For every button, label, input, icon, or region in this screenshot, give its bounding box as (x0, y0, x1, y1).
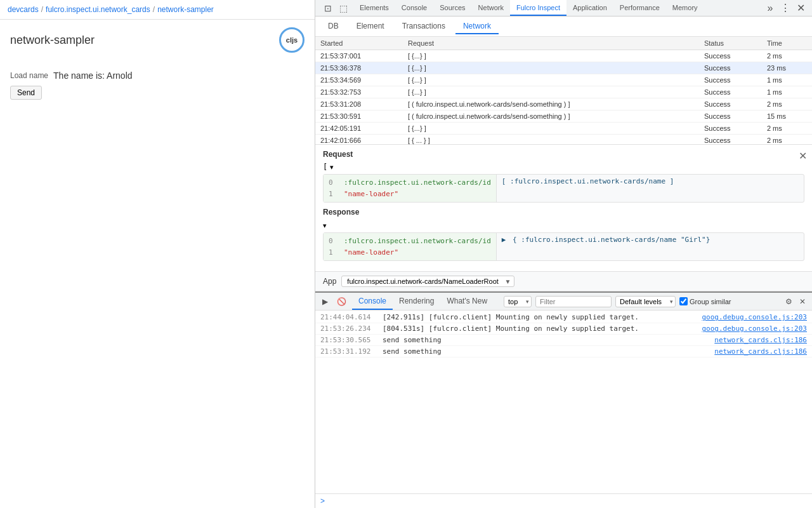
tab-performance[interactable]: Performance (613, 0, 666, 16)
msg-time: 21:44:04.614 (320, 313, 377, 321)
res-line-num-1: 1 (329, 247, 339, 258)
response-code-left: 0 :fulcro.inspect.ui.network-cards/id 1 … (324, 233, 497, 260)
page-title-area: network-sampler cljs (0, 20, 315, 60)
console-filter-area: top ▾ Default levels ▾ Group similar (504, 296, 731, 307)
left-content: Load name The name is: Arnold Send (0, 60, 315, 110)
cell-status: Success (699, 62, 762, 74)
breadcrumb-part2[interactable]: fulcro.inspect.ui.network_cards (46, 5, 150, 14)
res-line-num-0: 0 (329, 236, 339, 247)
cell-status: Success (699, 50, 762, 62)
request-bracket: [ (323, 163, 327, 171)
cell-started: 21:42:01:666 (315, 135, 403, 145)
console-caret-icon[interactable]: > (320, 497, 325, 505)
group-similar-checkbox[interactable] (679, 297, 688, 305)
table-row[interactable]: 21:42:01:666 [ { ... } ] Success 2 ms (315, 135, 812, 145)
msg-text: [242.911s] [fulcro.client] Mounting on n… (383, 313, 697, 321)
fulcro-tab-network[interactable]: Network (455, 19, 499, 34)
group-similar-label[interactable]: Group similar (679, 297, 731, 305)
msg-source-link[interactable]: goog.debug.console.js:203 (702, 324, 807, 333)
console-tab-rendering[interactable]: Rendering (393, 293, 440, 310)
cell-request: [ {...} ] (403, 74, 699, 86)
request-expand-arrow[interactable]: ▾ (330, 163, 334, 171)
cell-request: [ {...} ] (403, 50, 699, 62)
msg-text: [804.531s] [fulcro.client] Mounting on n… (383, 324, 697, 333)
tab-fulcro-inspect[interactable]: Fulcro Inspect (510, 0, 566, 16)
devtools-tabs: Elements Console Sources Network Fulcro … (353, 0, 704, 16)
response-arrow-icon[interactable]: ▶ (502, 236, 506, 244)
table-row[interactable]: 21:53:37:001 [ {...} ] Success 2 ms (315, 50, 812, 62)
msg-text: send something (383, 336, 709, 344)
console-messages: 21:44:04.614 [242.911s] [fulcro.client] … (315, 311, 812, 493)
page-title: network-sampler (10, 34, 95, 47)
devtools-panel: ⊡ ⬚ Elements Console Sources Network Ful… (315, 0, 812, 508)
fulcro-tab-db[interactable]: DB (320, 19, 346, 34)
table-row[interactable]: 21:53:32:753 [ {...} ] Success 1 ms (315, 86, 812, 98)
request-response-panel: ✕ Request [ ▾ 0 :fulcro.inspect.ui.netwo… (315, 145, 812, 272)
msg-text: send something (383, 347, 709, 356)
more-tabs-button[interactable]: » (764, 2, 776, 15)
tab-sources[interactable]: Sources (433, 0, 471, 16)
request-title: Request (323, 150, 804, 159)
toolbar-icons: ⊡ ⬚ (318, 2, 353, 15)
table-row[interactable]: 21:53:30:591 [ ( fulcro.inspect.ui.netwo… (315, 110, 812, 123)
load-name-label: Load name (10, 71, 48, 80)
device-icon[interactable]: ⬚ (337, 2, 350, 15)
col-started: Started (315, 37, 403, 50)
msg-source-link[interactable]: network_cards.cljs:186 (714, 336, 807, 344)
col-time: Time (762, 37, 812, 50)
req-res-close-button[interactable]: ✕ (799, 150, 807, 162)
console-settings-button[interactable]: ⚙ (783, 296, 794, 307)
app-select[interactable]: fulcro.inspect.ui.network-cards/NameLoad… (341, 276, 514, 287)
response-code-right: ▶ { :fulcro.inspect.ui.network-cards/nam… (497, 233, 716, 260)
tab-elements[interactable]: Elements (353, 0, 395, 16)
breadcrumb-part1[interactable]: devcards (8, 5, 39, 14)
send-button[interactable]: Send (10, 86, 42, 100)
table-row[interactable]: 21:53:36:378 [ {...} ] Success 23 ms (315, 62, 812, 74)
req-line-num-1: 1 (329, 189, 339, 200)
devtools-menu-button[interactable]: ⋮ (779, 2, 792, 15)
cell-time: 1 ms (762, 74, 812, 86)
console-block-button[interactable]: 🚫 (336, 296, 347, 307)
req-line-num-0: 0 (329, 177, 339, 189)
console-prompt: > (315, 493, 812, 508)
response-expand-arrow[interactable]: ▾ (323, 222, 327, 230)
msg-source-link[interactable]: goog.debug.console.js:203 (702, 313, 807, 321)
levels-select[interactable]: Default levels (615, 296, 676, 307)
req-key-0: :fulcro.inspect.ui.network-cards/id (344, 177, 491, 189)
table-row[interactable]: 21:53:34:569 [ {...} ] Success 1 ms (315, 74, 812, 86)
console-tab-whatsnew[interactable]: What's New (440, 293, 494, 310)
console-message: 21:44:04.614 [242.911s] [fulcro.client] … (315, 312, 812, 323)
cell-started: 21:53:31:208 (315, 98, 403, 110)
console-close-button[interactable]: ✕ (797, 296, 808, 307)
console-run-button[interactable]: ▶ (319, 296, 331, 307)
load-name-value: The name is: Arnold (53, 70, 133, 81)
console-tab-console[interactable]: Console (352, 293, 393, 310)
top-select-wrapper: top ▾ (504, 296, 532, 307)
inspect-icon[interactable]: ⊡ (322, 2, 334, 15)
request-code-left: 0 :fulcro.inspect.ui.network-cards/id 1 … (324, 175, 497, 202)
msg-source-link[interactable]: network_cards.cljs:186 (714, 347, 807, 356)
cell-status: Success (699, 98, 762, 110)
cell-time: 1 ms (762, 86, 812, 98)
fulcro-tab-transactions[interactable]: Transactions (395, 19, 453, 34)
filter-input[interactable] (535, 296, 612, 307)
res-key-0: :fulcro.inspect.ui.network-cards/id (344, 236, 491, 247)
breadcrumb-part3[interactable]: network-sampler (157, 5, 214, 14)
tab-memory[interactable]: Memory (666, 0, 704, 16)
fulcro-tab-element[interactable]: Element (349, 19, 392, 34)
toolbar-right: » ⋮ ✕ (764, 2, 809, 15)
devtools-close-button[interactable]: ✕ (794, 2, 807, 15)
tab-network[interactable]: Network (472, 0, 510, 16)
breadcrumb-sep2: / (153, 5, 155, 14)
table-row[interactable]: 21:42:05:191 [ {...} ] Success 2 ms (315, 123, 812, 135)
request-code-block: 0 :fulcro.inspect.ui.network-cards/id 1 … (323, 174, 804, 203)
cell-request: [ {...} ] (403, 123, 699, 135)
tab-console[interactable]: Console (395, 0, 433, 16)
cell-started: 21:53:36:378 (315, 62, 403, 74)
load-name-row: Load name The name is: Arnold (10, 70, 304, 81)
tab-application[interactable]: Application (566, 0, 613, 16)
devtools-toolbar: ⊡ ⬚ Elements Console Sources Network Ful… (315, 0, 812, 17)
response-code-block: 0 :fulcro.inspect.ui.network-cards/id 1 … (323, 232, 804, 261)
top-select[interactable]: top (504, 296, 532, 307)
table-row[interactable]: 21:53:31:208 [ ( fulcro.inspect.ui.netwo… (315, 98, 812, 110)
